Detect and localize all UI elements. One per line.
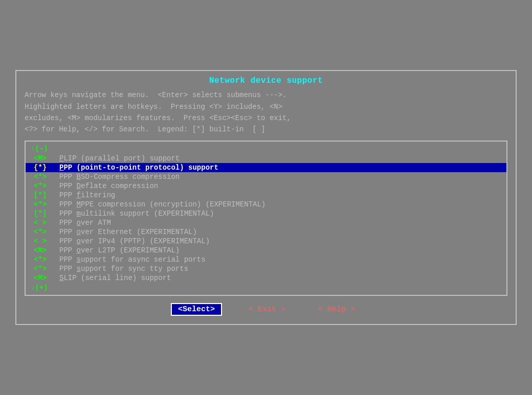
exit-button[interactable]: < Exit >	[242, 303, 292, 316]
menu-item-label: PPP Deflate compression	[59, 182, 158, 190]
menu-item-bracket: <*>	[34, 173, 59, 181]
hotkey-letter: D	[77, 182, 81, 190]
select-button[interactable]: <Select>	[171, 303, 222, 316]
menu-item-bracket: <M>	[34, 246, 59, 254]
menu-item-label: PPP support for async serial ports	[59, 255, 206, 264]
hotkey-letter: s	[77, 265, 81, 273]
menu-item-label: PPP MPPE compression (encryption) (EXPER…	[59, 200, 265, 208]
menu-item-bracket: <*>	[34, 228, 59, 236]
menu-item[interactable]: {*} PPP (point-to-point protocol) suppor…	[26, 163, 506, 172]
menu-item-label: PPP filtering	[59, 191, 115, 199]
menu-box: ↑(-) <M> PLIP (parallel port) support{*}…	[25, 141, 507, 296]
menu-item-bracket: <*>	[34, 255, 59, 264]
menu-item-label: PPP multilink support (EXPERIMENTAL)	[59, 210, 214, 218]
menu-item-label: PPP support for sync tty ports	[59, 265, 188, 273]
menu-item[interactable]: <*> PPP BSD-Compress compression	[26, 172, 506, 181]
menu-item-label: PPP (point-to-point protocol) support	[59, 164, 218, 172]
menu-item-label: PPP over Ethernet (EXPERIMENTAL)	[59, 228, 197, 236]
hotkey-letter: B	[77, 173, 81, 181]
hotkey-letter: P	[59, 164, 63, 172]
menu-item-bracket: <*>	[34, 200, 59, 208]
hotkey-letter: P	[59, 154, 63, 162]
hotkey-letter: S	[59, 274, 63, 282]
hotkey-letter: s	[77, 255, 81, 264]
menu-item[interactable]: < > PPP over IPv4 (PPTP) (EXPERIMENTAL)	[26, 237, 506, 246]
menu-item-bracket: <M>	[34, 154, 59, 162]
menu-item-bracket: < >	[34, 219, 59, 227]
help-text: Arrow keys navigate the menu. <Enter> se…	[25, 89, 507, 135]
menu-item[interactable]: <M> SLIP (serial line) support	[26, 273, 506, 283]
menu-item-label: PPP BSD-Compress compression	[59, 173, 180, 181]
hotkey-letter: m	[77, 210, 81, 218]
menu-item-bracket: <*>	[34, 265, 59, 273]
menu-item[interactable]: <*> PPP support for async serial ports	[26, 255, 506, 264]
hotkey-letter: o	[77, 228, 81, 236]
menu-item[interactable]: <M> PPP over L2TP (EXPERIMENTAL)	[26, 246, 506, 255]
menu-list: <M> PLIP (parallel port) support{*} PPP …	[26, 154, 506, 283]
dialog-title: Network device support	[25, 76, 507, 85]
menu-item-bracket: < >	[34, 237, 59, 245]
menu-item-bracket: [*]	[34, 210, 59, 218]
hotkey-letter: o	[77, 246, 81, 254]
menu-item-label: PPP over L2TP (EXPERIMENTAL)	[59, 246, 180, 254]
menu-item[interactable]: <*> PPP support for sync tty ports	[26, 264, 506, 273]
menu-item[interactable]: <M> PLIP (parallel port) support	[26, 154, 506, 163]
menu-item[interactable]: [*] PPP filtering	[26, 191, 506, 200]
bottom-buttons: <Select> < Exit > < Help >	[25, 303, 507, 316]
menu-item-label: PPP over IPv4 (PPTP) (EXPERIMENTAL)	[59, 237, 210, 245]
menu-item[interactable]: <*> PPP Deflate compression	[26, 181, 506, 191]
menu-item-bracket: <*>	[34, 182, 59, 190]
menu-item[interactable]: [*] PPP multilink support (EXPERIMENTAL)	[26, 209, 506, 218]
menu-item[interactable]: <*> PPP over Ethernet (EXPERIMENTAL)	[26, 227, 506, 237]
menu-item[interactable]: <*> PPP MPPE compression (encryption) (E…	[26, 200, 506, 209]
menu-item-label: SLIP (serial line) support	[59, 274, 171, 282]
menu-item-bracket: {*}	[34, 164, 59, 172]
menu-item-label: PLIP (parallel port) support	[59, 154, 180, 162]
menu-item-label: PPP over ATM	[59, 219, 111, 227]
hotkey-letter: M	[77, 200, 81, 208]
scroll-indicator-top: ↑(-)	[26, 144, 506, 154]
hotkey-letter: o	[77, 237, 81, 245]
menu-item-bracket: [*]	[34, 191, 59, 199]
dialog: Network device support Arrow keys naviga…	[15, 70, 517, 325]
menu-item-bracket: <M>	[34, 274, 59, 282]
help-button[interactable]: < Help >	[312, 303, 361, 316]
scroll-indicator-bottom: ↓(+)	[26, 283, 506, 293]
menu-item[interactable]: < > PPP over ATM	[26, 218, 506, 227]
hotkey-letter: o	[77, 219, 81, 227]
hotkey-letter: f	[77, 191, 81, 199]
